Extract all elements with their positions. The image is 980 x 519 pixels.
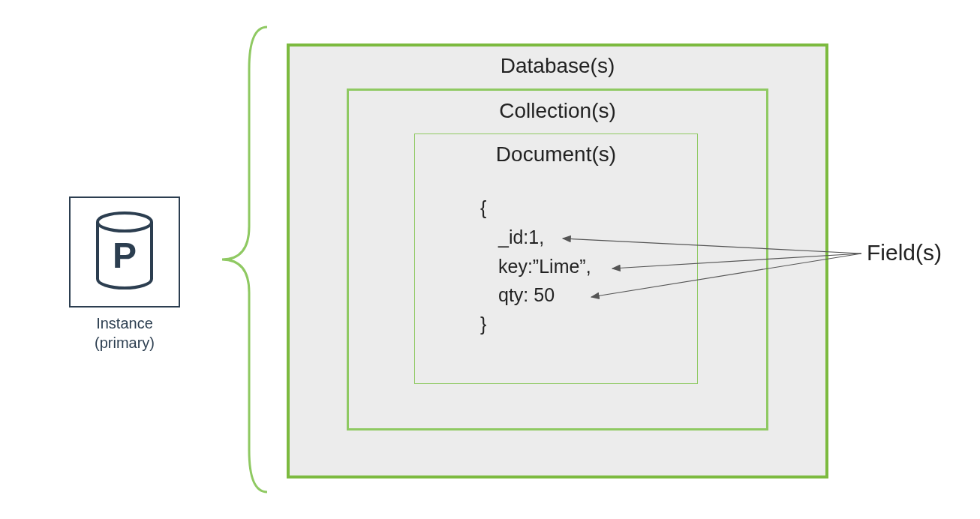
instance-label: Instance (primary): [69, 314, 180, 352]
curly-brace-icon: [216, 24, 269, 495]
database-label: Database(s): [287, 54, 828, 78]
instance-label-line2: (primary): [69, 333, 180, 352]
instance-label-line1: Instance: [69, 314, 180, 333]
json-close-brace: }: [480, 310, 591, 339]
svg-point-0: [98, 213, 152, 231]
json-field-qty: qty: 50: [480, 280, 591, 310]
json-open-brace: {: [480, 194, 591, 223]
database-primary-icon: P: [92, 212, 157, 292]
json-field-key: key:”Lime”,: [480, 252, 591, 281]
svg-text:P: P: [113, 236, 137, 275]
json-block: { _id:1, key:”Lime”, qty: 50 }: [480, 194, 591, 339]
document-label: Document(s): [414, 142, 698, 166]
json-field-id: _id:1,: [480, 223, 591, 252]
instance-box: P: [69, 196, 180, 308]
collection-label: Collection(s): [347, 99, 768, 123]
fields-label: Field(s): [867, 240, 942, 266]
